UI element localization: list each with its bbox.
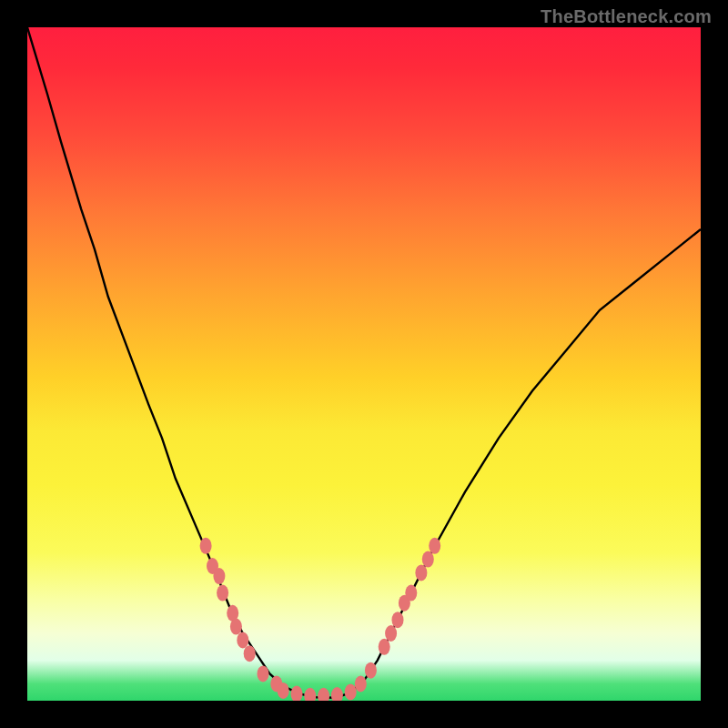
chart-svg: [27, 27, 701, 701]
marker-dot: [365, 662, 377, 679]
curve-line: [27, 27, 701, 698]
watermark-text: TheBottleneck.com: [541, 6, 712, 27]
marker-dot: [405, 585, 417, 602]
marker-dot: [304, 688, 316, 701]
marker-dot: [392, 612, 404, 628]
marker-dot: [345, 683, 357, 700]
marker-group: [200, 538, 441, 701]
marker-dot: [230, 619, 242, 635]
marker-dot: [379, 639, 390, 655]
marker-dot: [237, 632, 248, 648]
marker-dot: [415, 564, 427, 581]
marker-dot: [318, 688, 329, 701]
marker-dot: [213, 568, 225, 584]
marker-dot: [429, 538, 440, 554]
marker-dot: [278, 682, 289, 699]
marker-dot: [291, 686, 303, 701]
marker-dot: [422, 551, 434, 568]
marker-dot: [331, 687, 343, 701]
marker-dot: [258, 665, 269, 682]
marker-dot: [355, 676, 367, 693]
marker-dot: [200, 538, 212, 554]
marker-dot: [385, 625, 397, 642]
marker-dot: [244, 645, 256, 662]
marker-dot: [217, 585, 228, 602]
chart-frame: TheBottleneck.com: [0, 0, 728, 728]
plot-area: [27, 27, 701, 701]
